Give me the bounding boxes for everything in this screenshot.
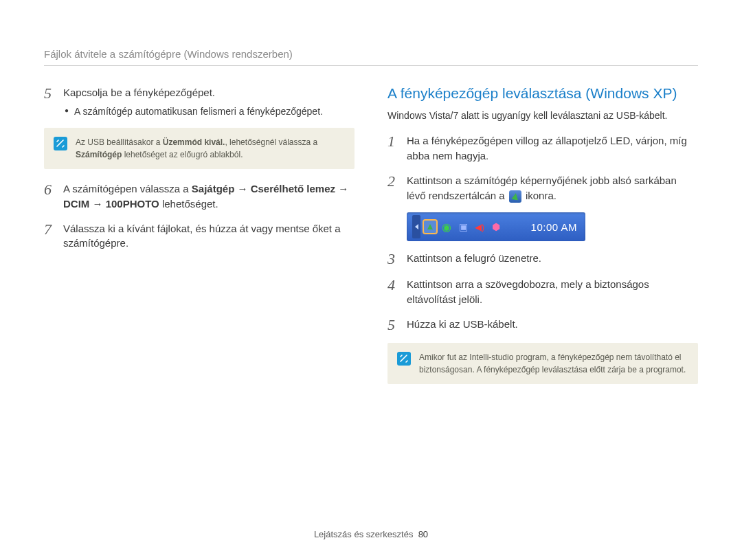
right-column: A fényképezőgép leválasztása (Windows XP… [387,85,698,396]
content-columns: 5 Kapcsolja be a fényképezőgépet. ● A sz… [44,85,698,396]
step-post: ikonra. [526,190,556,201]
step-number: 1 [387,133,400,164]
step-5-right: 5 Húzza ki az USB-kábelt. [387,317,698,333]
step-number: 6 [44,181,56,212]
page-footer: Lejátszás és szerkesztés 80 [0,529,742,539]
step-number: 5 [44,85,56,118]
bullet-text: A számítógép automatikusan felismeri a f… [74,104,323,118]
note-box-usb-mode: Az USB beállításakor a Üzemmód kivál., l… [44,128,355,169]
step-text: Húzza ki az USB-kábelt. [407,317,698,333]
step-6: 6 A számítógépen válassza a Sajátgép → C… [44,181,355,212]
taskbar-screenshot: ◉ ▣ ◀) ⬢ 10:00 AM [407,212,585,241]
note-box-intelli-studio: Amikor fut az Intelli-studio program, a … [387,343,698,384]
chevron-left-icon [415,224,418,229]
left-column: 5 Kapcsolja be a fényképezőgépet. ● A sz… [44,85,355,396]
step-number: 3 [387,251,400,267]
page: Fájlok átvitele a számítógépre (Windows … [0,0,742,560]
step-number: 2 [387,173,400,203]
note-pre: Az USB beállításakor a [76,137,163,147]
step-7: 7 Válassza ki a kívánt fájlokat, és húzz… [44,221,355,251]
note-bold1: Üzemmód kivál. [163,137,225,147]
step-2: 2 Kattintson a számítógép képernyőjének … [387,173,698,203]
step-text: Kapcsolja be a fényképezőgépet. [63,87,215,98]
step-3: 3 Kattintson a felugró üzenetre. [387,251,698,267]
note-bold2: Számítógép [76,150,122,159]
note-text: Az USB beállításakor a Üzemmód kivál., l… [76,136,345,161]
network-tray-icon: ⬢ [489,220,503,234]
step-5: 5 Kapcsolja be a fényképezőgépet. ● A sz… [44,85,355,118]
page-number: 80 [418,529,428,539]
intro-text: Windows Vista/7 alatt is ugyanígy kell l… [387,109,698,122]
tray-clock: 10:00 AM [531,221,580,233]
svg-marker-0 [427,224,433,229]
monitor-tray-icon: ▣ [456,220,470,234]
step-body: Kapcsolja be a fényképezőgépet. ● A szám… [63,85,355,118]
step-1: 1 Ha a fényképezőgépen villog az állapot… [387,133,698,164]
page-header: Fájlok átvitele a számítógépre (Windows … [44,48,698,66]
safely-remove-hardware-tray-icon [423,220,437,234]
safely-remove-hardware-icon [509,190,521,203]
note-mid: , lehetőségnél válassza a [225,137,317,147]
step-4: 4 Kattintson arra a szövegdobozra, mely … [387,277,698,307]
step-body: A számítógépen válassza a Sajátgép → Cse… [63,181,355,212]
step-number: 7 [44,221,56,251]
volume-tray-icon: ◀) [473,220,486,234]
step-body: Kattintson a számítógép képernyőjének jo… [407,173,698,203]
step-text: Kattintson a felugró üzenetre. [407,251,698,267]
step-text: Ha a fényképezőgépen villog az állapotje… [407,133,698,164]
bullet-dot-icon: ● [65,104,69,118]
bullet-item: ● A számítógép automatikusan felismeri a… [65,104,355,118]
step-text: Válassza ki a kívánt fájlokat, és húzza … [63,221,355,251]
note-text: Amikor fut az Intelli-studio program, a … [419,351,688,376]
section-title: A fényképezőgép leválasztása (Windows XP… [387,85,698,102]
step-number: 5 [387,317,400,333]
step-post: lehetőséget. [159,198,218,210]
step-pre: A számítógépen válassza a [63,183,192,194]
tray-expand-button [412,215,420,238]
note-icon [54,137,67,150]
step-text: Kattintson arra a szövegdobozra, mely a … [407,277,698,307]
note-post: lehetőséget az előugró ablakból. [122,150,243,159]
note-icon [397,352,411,366]
footer-label: Lejátszás és szerkesztés [314,529,414,539]
step-number: 4 [387,277,400,307]
shield-tray-icon: ◉ [440,220,453,234]
